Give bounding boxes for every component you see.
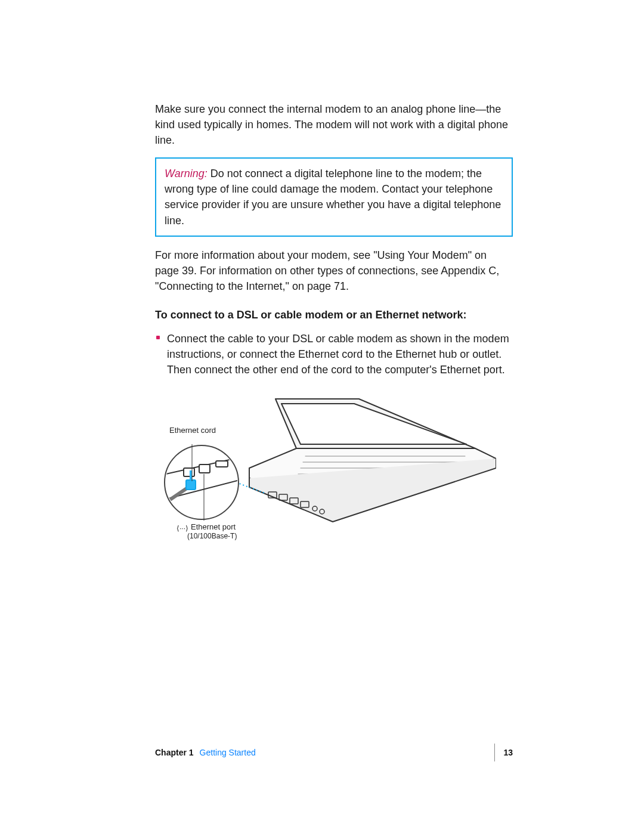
intro-paragraph: Make sure you connect the internal modem… (155, 101, 513, 148)
section-heading: To connect to a DSL or cable modem or an… (155, 307, 513, 323)
svg-rect-9 (199, 465, 210, 473)
instruction-item: Connect the cable to your DSL or cable m… (155, 331, 513, 377)
ethernet-icon: ⟨···⟩ (177, 524, 188, 534)
svg-point-6 (165, 445, 239, 519)
figure-label-cord: Ethernet cord (169, 425, 216, 436)
svg-rect-10 (216, 461, 228, 467)
svg-rect-11 (186, 480, 196, 490)
footer-title: Getting Started (200, 747, 256, 758)
more-info-paragraph: For more information about your modem, s… (155, 247, 513, 294)
ethernet-figure: Ethernet cord ⟨···⟩Ethernet port (10/100… (162, 392, 496, 565)
page-content: Make sure you connect the internal modem… (0, 0, 644, 565)
instruction-list: Connect the cable to your DSL or cable m… (155, 331, 513, 377)
footer-page-number: 13 (494, 744, 513, 761)
warning-label: Warning: (165, 168, 208, 179)
page-footer: Chapter 1 Getting Started 13 (155, 744, 513, 761)
warning-text: Do not connect a digital telephone line … (165, 168, 501, 226)
warning-callout: Warning: Do not connect a digital teleph… (155, 157, 513, 236)
svg-rect-8 (184, 468, 194, 476)
figure-label-port-sub: (10/100Base-T) (187, 531, 237, 541)
figure-label-port: Ethernet port (191, 522, 236, 531)
footer-chapter: Chapter 1 (155, 747, 194, 758)
